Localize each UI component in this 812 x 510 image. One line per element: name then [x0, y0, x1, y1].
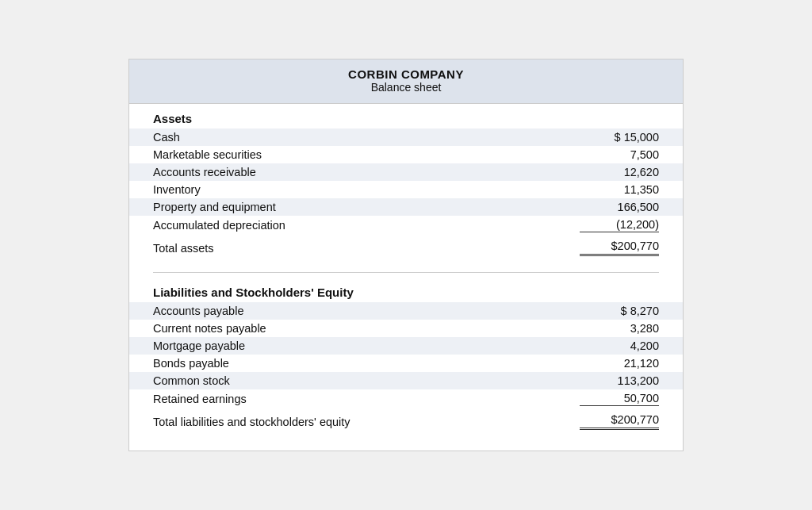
liabilities-rows: Accounts payable$ 8,270Current notes pay…	[153, 302, 659, 408]
asset-row-value-5: (12,200)	[580, 218, 659, 232]
liability-row-label-2: Mortgage payable	[153, 339, 580, 352]
sheet-title: Balance sheet	[145, 81, 667, 94]
sheet-header: CORBIN COMPANY Balance sheet	[129, 59, 683, 104]
liability-row-5: Retained earnings50,700	[153, 389, 659, 408]
liability-row-3: Bonds payable21,120	[153, 355, 659, 372]
assets-rows: Cash$ 15,000Marketable securities7,500Ac…	[153, 128, 659, 235]
liability-row-value-4: 113,200	[580, 374, 659, 387]
liability-row-label-5: Retained earnings	[153, 393, 580, 405]
asset-row-0: Cash$ 15,000	[129, 128, 683, 146]
asset-row-label-2: Accounts receivable	[153, 166, 580, 178]
liabilities-total-value: $200,770	[580, 413, 659, 430]
liability-row-value-3: 21,120	[580, 357, 659, 370]
asset-row-3: Inventory11,350	[153, 181, 659, 198]
liabilities-total-label: Total liabilities and stockholders' equi…	[153, 416, 580, 428]
liability-row-label-3: Bonds payable	[153, 357, 580, 370]
asset-row-label-0: Cash	[153, 131, 580, 144]
asset-row-value-0: $ 15,000	[580, 131, 659, 144]
liability-row-value-0: $ 8,270	[580, 305, 659, 317]
sheet-body: Assets Cash$ 15,000Marketable securities…	[129, 104, 683, 451]
liability-row-value-1: 3,280	[580, 322, 659, 335]
asset-row-2: Accounts receivable12,620	[129, 163, 683, 181]
asset-row-1: Marketable securities7,500	[153, 146, 659, 163]
liabilities-section-header: Liabilities and Stockholders' Equity	[153, 278, 659, 302]
asset-row-value-3: 11,350	[580, 183, 659, 196]
liability-row-4: Common stock113,200	[129, 372, 683, 389]
assets-total-value: $200,770	[580, 240, 659, 256]
liability-row-label-0: Accounts payable	[153, 305, 580, 317]
asset-row-value-1: 7,500	[580, 148, 659, 161]
asset-row-label-1: Marketable securities	[153, 148, 580, 161]
liability-row-0: Accounts payable$ 8,270	[129, 302, 683, 320]
liability-row-value-5: 50,700	[580, 392, 659, 406]
asset-row-label-3: Inventory	[153, 183, 580, 196]
section-divider	[153, 272, 659, 273]
assets-section-header: Assets	[153, 104, 659, 128]
company-name: CORBIN COMPANY	[145, 67, 667, 81]
asset-row-value-2: 12,620	[580, 166, 659, 178]
balance-sheet: CORBIN COMPANY Balance sheet Assets Cash…	[128, 59, 684, 451]
asset-row-label-4: Property and equipment	[153, 201, 580, 213]
liabilities-total-row: Total liabilities and stockholders' equi…	[153, 408, 659, 435]
asset-row-5: Accumulated depreciation(12,200)	[153, 216, 659, 235]
liability-row-label-4: Common stock	[153, 374, 580, 387]
asset-row-label-5: Accumulated depreciation	[153, 219, 580, 232]
asset-row-4: Property and equipment166,500	[129, 198, 683, 216]
liability-row-1: Current notes payable3,280	[153, 320, 659, 337]
assets-total-row: Total assets $200,770	[153, 235, 659, 261]
liability-row-2: Mortgage payable4,200	[129, 337, 683, 355]
liability-row-label-1: Current notes payable	[153, 322, 580, 335]
assets-total-label: Total assets	[153, 242, 580, 255]
asset-row-value-4: 166,500	[580, 201, 659, 213]
liability-row-value-2: 4,200	[580, 339, 659, 352]
